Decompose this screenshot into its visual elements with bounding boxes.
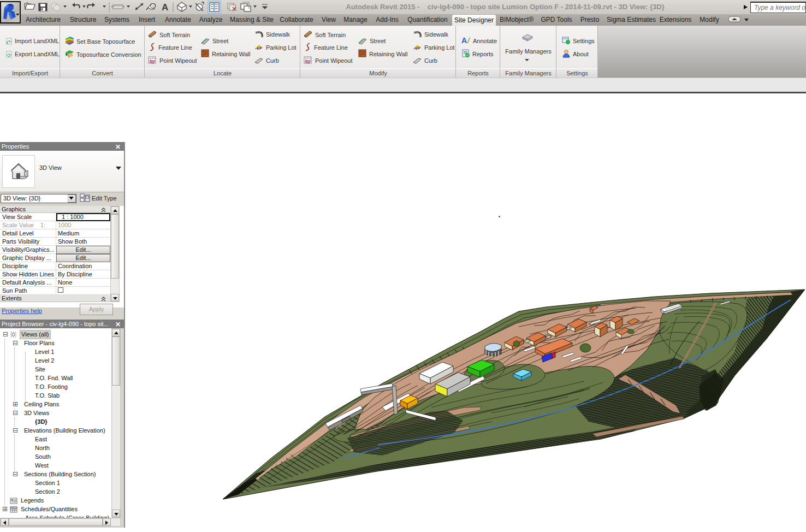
svg-text:A: A xyxy=(162,2,168,13)
svg-text:1: 1 xyxy=(152,4,155,9)
svg-text:A: A xyxy=(461,36,467,45)
